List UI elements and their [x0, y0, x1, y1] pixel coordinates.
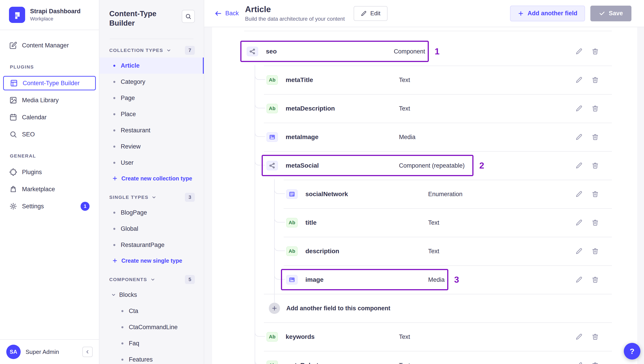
sidebar-item-label: Media Library: [22, 97, 59, 104]
create-new-single-type-link[interactable]: Create new single type: [100, 253, 204, 268]
field-row-metatitle: AbmetaTitleText: [212, 66, 637, 94]
create-link-label: Create new collection type: [122, 175, 192, 182]
field-type: Text: [399, 333, 410, 340]
create-new-collection-type-link[interactable]: Create new collection type: [100, 171, 204, 186]
delete-field-button[interactable]: [590, 132, 600, 142]
field-name: metaTitle: [286, 76, 313, 84]
sidebar-item-label: Settings: [22, 203, 44, 210]
edit-field-button[interactable]: [574, 275, 584, 285]
save-button[interactable]: Save: [590, 6, 632, 21]
subnav-item-restaurantpage[interactable]: RestaurantPage: [100, 237, 204, 253]
field-name: seo: [266, 48, 277, 55]
subnav-item-label: BlogPage: [121, 209, 147, 216]
subnav-item-place[interactable]: Place: [100, 106, 204, 122]
field-type: Component (repeatable): [399, 162, 465, 169]
delete-field-button[interactable]: [590, 189, 600, 199]
sidebar-item-plugins[interactable]: Plugins: [3, 165, 96, 179]
subnav-item-restaurant[interactable]: Restaurant: [100, 122, 204, 138]
media-icon: [286, 275, 298, 284]
subnav-item-cta[interactable]: Cta: [100, 303, 204, 319]
subnav-item-blogpage[interactable]: BlogPage: [100, 205, 204, 221]
subnav-item-ctacommandline[interactable]: CtaCommandLine: [100, 319, 204, 335]
pen-square-icon: [10, 42, 17, 49]
bullet-icon: [113, 162, 115, 164]
search-button[interactable]: [182, 10, 195, 23]
delete-field-button[interactable]: [590, 360, 600, 364]
create-link-label: Create new single type: [122, 258, 182, 264]
edit-field-button[interactable]: [574, 218, 584, 228]
enum-icon: [286, 190, 298, 199]
field-row-metarobots: AbmetaRobotsText: [212, 351, 637, 364]
sidebar-item-label: Calendar: [22, 114, 47, 121]
subnav-group-blocks[interactable]: Blocks: [100, 287, 204, 303]
edit-field-button[interactable]: [574, 360, 584, 364]
avatar: SA: [6, 345, 21, 359]
field-type: Media: [428, 276, 445, 283]
field-type: Text: [428, 219, 439, 226]
subnav-item-category[interactable]: Category: [100, 74, 204, 90]
delete-field-button[interactable]: [590, 46, 600, 57]
edit-field-button[interactable]: [574, 46, 584, 57]
bullet-icon: [113, 146, 115, 148]
field-row-socialnetwork: socialNetworkEnumeration: [212, 180, 637, 208]
subnav-item-faq[interactable]: Faq: [100, 335, 204, 351]
help-button[interactable]: ?: [624, 343, 640, 359]
subnav-item-features[interactable]: Features: [100, 351, 204, 364]
delete-field-button[interactable]: [590, 332, 600, 342]
delete-field-button[interactable]: [590, 246, 600, 256]
edit-field-button[interactable]: [574, 132, 584, 142]
tree-elbow: [274, 265, 285, 280]
field-type: Text: [399, 76, 410, 83]
add-another-field-button[interactable]: Add another field: [510, 6, 585, 21]
back-label: Back: [225, 10, 239, 17]
subnav-section-collection-types[interactable]: COLLECTION TYPES7: [100, 39, 204, 58]
edit-field-button[interactable]: [574, 246, 584, 256]
sidebar-item-settings[interactable]: Settings1: [3, 199, 96, 214]
main-sidebar: Strapi Dashboard Workplace Content Manag…: [0, 0, 100, 364]
sidebar-nav: Content ManagerPLUGINSContent-Type Build…: [0, 30, 99, 339]
sidebar-item-calendar[interactable]: Calendar: [3, 110, 96, 124]
collapse-sidebar-button[interactable]: [82, 347, 93, 357]
sidebar-item-media-library[interactable]: Media Library: [3, 93, 96, 107]
component-icon: [266, 161, 278, 170]
field-type: Text: [399, 105, 410, 112]
add-field-to-component-row[interactable]: Add another field to this component: [212, 294, 637, 322]
delete-field-button[interactable]: [590, 75, 600, 85]
subnav-item-global[interactable]: Global: [100, 221, 204, 237]
sidebar-item-marketplace[interactable]: Marketplace: [3, 182, 96, 196]
subnav-item-user[interactable]: User: [100, 155, 204, 171]
subnav-section-single-types[interactable]: SINGLE TYPES3: [100, 186, 204, 205]
subnav-item-review[interactable]: Review: [100, 138, 204, 155]
sidebar-item-label: SEO: [22, 131, 35, 138]
edit-field-button[interactable]: [574, 103, 584, 114]
layout-icon: [10, 79, 18, 87]
add-field-button[interactable]: [269, 303, 280, 314]
delete-field-button[interactable]: [590, 160, 600, 171]
edit-field-button[interactable]: [574, 160, 584, 171]
sidebar-item-seo[interactable]: SEO: [3, 127, 96, 141]
field-name: metaDescription: [286, 105, 335, 112]
delete-field-button[interactable]: [590, 275, 600, 285]
subnav-item-label: Faq: [129, 340, 139, 347]
subnav-body: COLLECTION TYPES7ArticleCategoryPagePlac…: [100, 39, 204, 364]
delete-field-button[interactable]: [590, 103, 600, 114]
edit-button[interactable]: Edit: [354, 6, 388, 21]
subnav-item-page[interactable]: Page: [100, 90, 204, 106]
edit-field-button[interactable]: [574, 332, 584, 342]
sidebar-item-content-type-builder[interactable]: Content-Type Builder: [3, 76, 96, 90]
edit-field-button[interactable]: [574, 189, 584, 199]
search-icon: [185, 13, 192, 20]
pencil-icon: [361, 11, 367, 17]
subnav-section-components[interactable]: COMPONENTS5: [100, 268, 204, 287]
puzzle-icon: [10, 168, 17, 176]
back-link[interactable]: Back: [214, 10, 239, 17]
delete-field-button[interactable]: [590, 218, 600, 228]
workspace-subtitle: Workplace: [30, 16, 80, 22]
row-divider: [264, 66, 612, 66]
tree-elbow: [255, 122, 265, 137]
subnav-item-article[interactable]: Article: [100, 58, 204, 74]
nav-section-label-general: GENERAL: [0, 144, 99, 162]
edit-field-button[interactable]: [574, 75, 584, 85]
fields-card: seoComponent1AbmetaTitleTextAbmetaDescri…: [212, 27, 637, 364]
sidebar-item-content-manager[interactable]: Content Manager: [3, 38, 96, 53]
